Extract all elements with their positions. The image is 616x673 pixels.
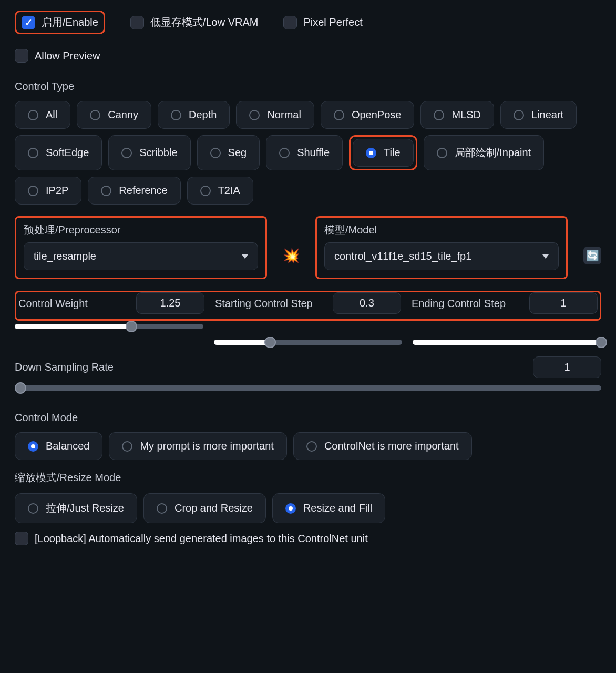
radio-label: Shuffle [297, 147, 330, 159]
radio-normal[interactable]: Normal [236, 101, 314, 129]
radio-tile[interactable]: Tile [353, 139, 413, 167]
radio-controlnet-is-more-important[interactable]: ControlNet is more important [293, 432, 472, 460]
start-step-value[interactable]: 0.3 [333, 292, 401, 314]
radio-label: MLSD [451, 109, 481, 121]
radio-label: My prompt is more important [140, 440, 274, 452]
radio-scribble[interactable]: Scribble [108, 135, 190, 170]
pixel-perfect-label: Pixel Perfect [303, 16, 362, 28]
start-step-slider[interactable] [214, 340, 403, 345]
radio-seg[interactable]: Seg [197, 135, 260, 170]
radio-dot-icon [28, 110, 38, 120]
radio-label: Reference [119, 185, 167, 197]
start-step-label: Starting Control Step [215, 297, 313, 310]
radio-label: OpenPose [352, 109, 402, 121]
spark-icon[interactable]: 💥 [283, 248, 300, 264]
radio-dot-icon [279, 148, 290, 158]
radio-label: All [46, 109, 57, 121]
radio-t2ia[interactable]: T2IA [187, 177, 253, 205]
checkbox-icon [283, 16, 297, 29]
control-weight-value[interactable]: 1.25 [136, 292, 204, 314]
allow-preview-checkbox[interactable]: Allow Preview [15, 49, 100, 63]
radio-label: Crop and Resize [174, 502, 253, 514]
down-sampling-value[interactable]: 1 [533, 356, 601, 378]
radio-dot-icon [285, 503, 296, 514]
radio-label: T2IA [218, 185, 240, 197]
model-value: control_v11f1e_sd15_tile_fp1 [334, 250, 471, 262]
chevron-down-icon [542, 254, 549, 259]
radio-dot-icon [101, 186, 111, 196]
radio-dot-icon [121, 148, 132, 158]
enable-checkbox[interactable]: 启用/Enable [22, 15, 98, 29]
checkbox-icon [22, 16, 35, 29]
end-step-slider[interactable] [413, 340, 601, 345]
radio-dot-icon [28, 441, 38, 452]
down-sampling-slider[interactable] [15, 385, 601, 391]
radio-label: 拉伸/Just Resize [46, 501, 124, 515]
low-vram-checkbox[interactable]: 低显存模式/Low VRAM [130, 15, 259, 29]
radio-all[interactable]: All [15, 101, 70, 129]
radio-crop-and-resize[interactable]: Crop and Resize [143, 493, 266, 523]
checkbox-icon [15, 49, 28, 63]
radio-dot-icon [28, 148, 38, 158]
radio-label: Tile [384, 147, 400, 159]
radio-label: Depth [189, 109, 217, 121]
model-select[interactable]: control_v11f1e_sd15_tile_fp1 [324, 242, 559, 270]
radio-resize-and-fill[interactable]: Resize and Fill [272, 493, 385, 523]
radio-openpose[interactable]: OpenPose [321, 101, 415, 129]
radio-label: 局部绘制/Inpaint [455, 146, 531, 160]
radio-dot-icon [366, 148, 376, 158]
preprocessor-value: tile_resample [34, 250, 96, 262]
radio-label: IP2P [46, 185, 68, 197]
radio-dot-icon [514, 110, 524, 120]
chevron-down-icon [242, 254, 248, 259]
pixel-perfect-checkbox[interactable]: Pixel Perfect [283, 16, 362, 29]
radio-label: Normal [267, 109, 301, 121]
radio-ip2p[interactable]: IP2P [15, 177, 81, 205]
allow-preview-label: Allow Preview [35, 50, 100, 62]
refresh-button[interactable]: 🔄 [583, 247, 601, 264]
radio-dot-icon [28, 503, 38, 514]
radio-dot-icon [306, 441, 317, 452]
radio-canny[interactable]: Canny [77, 101, 151, 129]
control-weight-label: Control Weight [18, 297, 88, 310]
control-type-group: AllCannyDepthNormalOpenPoseMLSDLineartSo… [15, 101, 601, 205]
radio-balanced[interactable]: Balanced [15, 432, 102, 460]
radio--just-resize[interactable]: 拉伸/Just Resize [15, 493, 137, 523]
low-vram-label: 低显存模式/Low VRAM [150, 15, 259, 29]
radio-dot-icon [334, 110, 344, 120]
radio-dot-icon [249, 110, 260, 120]
radio-label: Resize and Fill [303, 502, 372, 514]
radio-label: Seg [228, 147, 247, 159]
radio-depth[interactable]: Depth [158, 101, 230, 129]
radio-dot-icon [200, 186, 211, 196]
radio-reference[interactable]: Reference [88, 177, 180, 205]
preprocessor-label: 预处理/Preprocessor [24, 223, 258, 237]
radio-my-prompt-is-more-important[interactable]: My prompt is more important [109, 432, 287, 460]
enable-label: 启用/Enable [42, 15, 98, 29]
radio-dot-icon [171, 110, 181, 120]
preprocessor-select[interactable]: tile_resample [24, 242, 258, 270]
radio-dot-icon [210, 148, 221, 158]
radio-dot-icon [157, 503, 167, 514]
radio-lineart[interactable]: Lineart [500, 101, 577, 129]
control-mode-label: Control Mode [15, 412, 601, 424]
checkbox-icon [15, 532, 28, 545]
refresh-icon: 🔄 [586, 249, 599, 262]
radio-mlsd[interactable]: MLSD [420, 101, 494, 129]
resize-mode-label: 缩放模式/Resize Mode [15, 471, 601, 485]
radio-label: SoftEdge [46, 147, 89, 159]
end-step-label: Ending Control Step [412, 297, 506, 310]
control-mode-group: BalancedMy prompt is more importantContr… [15, 432, 601, 460]
radio-dot-icon [434, 110, 444, 120]
resize-mode-group: 拉伸/Just ResizeCrop and ResizeResize and … [15, 493, 601, 523]
radio-label: Scribble [139, 147, 177, 159]
loopback-checkbox[interactable]: [Loopback] Automatically send generated … [15, 532, 368, 545]
radio--inpaint[interactable]: 局部绘制/Inpaint [424, 135, 545, 170]
end-step-value[interactable]: 1 [529, 292, 598, 314]
radio-dot-icon [437, 148, 447, 158]
radio-softedge[interactable]: SoftEdge [15, 135, 102, 170]
radio-dot-icon [122, 441, 132, 452]
radio-shuffle[interactable]: Shuffle [266, 135, 343, 170]
radio-dot-icon [90, 110, 100, 120]
control-weight-slider[interactable] [15, 324, 203, 329]
